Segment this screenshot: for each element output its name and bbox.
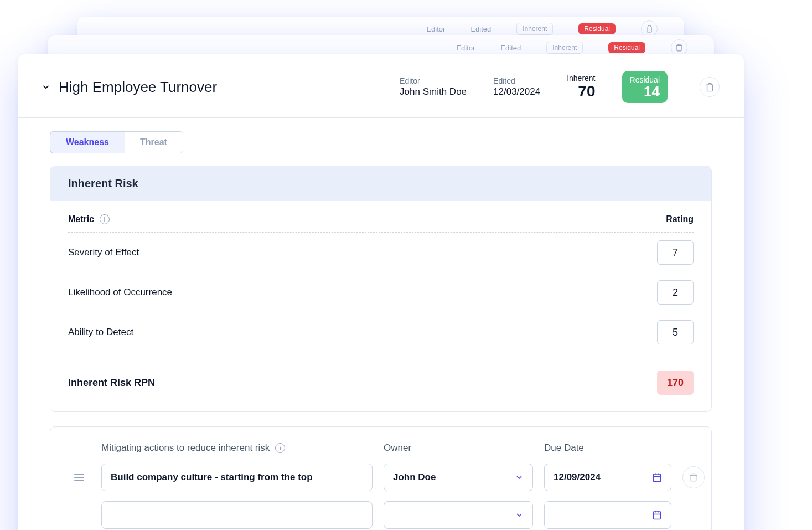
owner-column-header: Owner [384, 442, 533, 454]
calendar-icon [652, 510, 662, 520]
duedate-input-2[interactable] [544, 501, 671, 529]
chevron-down-icon [515, 511, 524, 519]
action-input-2[interactable] [101, 501, 373, 529]
edited-label: Edited [493, 76, 540, 85]
chevron-down-icon [515, 473, 524, 482]
tab-weakness[interactable]: Weakness [50, 131, 125, 153]
editor-label: Editor [400, 76, 467, 85]
calendar-icon [652, 472, 662, 482]
metric-name: Ability to Detect [68, 327, 133, 338]
drag-handle-icon[interactable] [68, 474, 90, 481]
inherent-meta: Inherent 70 [567, 74, 595, 100]
actions-info-icon[interactable]: i [275, 443, 285, 453]
bg2-inherent-pill: Inherent [546, 42, 583, 54]
detect-rating-input[interactable]: 5 [657, 320, 694, 344]
inherent-risk-panel: Inherent Risk Metric i Rating Severity o… [50, 166, 712, 412]
rpn-value: 170 [657, 371, 694, 395]
owner-select-2[interactable] [384, 501, 533, 529]
edited-meta: Edited 12/03/2024 [493, 76, 540, 97]
actions-column-header: Mitigating actions to reduce inherent ri… [101, 442, 373, 454]
bg1-trash-icon [641, 20, 658, 37]
action-input-1[interactable]: Build company culture - starting from th… [101, 464, 373, 491]
bg2-residual-pill: Residual [608, 42, 645, 53]
actions-column-label: Mitigating actions to reduce inherent ri… [101, 442, 270, 454]
bg1-editor-label: Editor [426, 25, 445, 33]
inherent-risk-header: Inherent Risk [50, 166, 711, 201]
owner-select-1[interactable]: John Doe [384, 464, 533, 491]
card-body: Weakness Threat Inherent Risk Metric i R… [18, 118, 744, 530]
duedate-input-1[interactable]: 12/09/2024 [544, 464, 671, 491]
rating-column-label: Rating [666, 214, 694, 224]
bg2-trash-icon [671, 39, 687, 56]
metric-name: Severity of Effect [68, 247, 139, 258]
tab-threat[interactable]: Threat [125, 132, 183, 153]
metric-row-severity: Severity of Effect 7 [68, 233, 694, 272]
metric-row-likelihood: Likelihood of Occurrence 2 [68, 272, 694, 312]
bg2-editor-label: Editor [456, 44, 475, 52]
editor-value: John Smith Doe [400, 86, 467, 97]
severity-rating-input[interactable]: 7 [657, 240, 694, 265]
mitigating-actions-panel: Mitigating actions to reduce inherent ri… [50, 426, 712, 530]
collapse-toggle[interactable] [41, 82, 51, 92]
metric-column-label: Metric [68, 214, 94, 224]
tab-group: Weakness Threat [50, 131, 183, 153]
rpn-row: Inherent Risk RPN 170 [68, 358, 694, 395]
duedate-column-header: Due Date [544, 442, 671, 454]
bg1-residual-pill: Residual [578, 23, 616, 34]
metric-row-detect: Ability to Detect 5 [68, 312, 694, 352]
metric-name: Likelihood of Occurrence [68, 287, 172, 298]
delete-action-row-1[interactable] [682, 466, 705, 488]
card-header: High Employee Turnover Editor John Smith… [18, 54, 744, 118]
bg1-edited-label: Edited [470, 25, 491, 33]
duedate-value-1: 12/09/2024 [554, 472, 601, 483]
residual-badge: Residual 14 [622, 71, 668, 103]
main-card: High Employee Turnover Editor John Smith… [18, 54, 744, 530]
risk-title: High Employee Turnover [59, 79, 217, 96]
editor-meta: Editor John Smith Doe [400, 76, 467, 97]
bg2-edited-label: Edited [500, 44, 521, 52]
likelihood-rating-input[interactable]: 2 [657, 280, 694, 305]
svg-rect-0 [653, 474, 661, 482]
edited-value: 12/03/2024 [493, 86, 540, 97]
inherent-value: 70 [567, 83, 595, 100]
delete-risk-button[interactable] [700, 77, 720, 97]
metric-info-icon[interactable]: i [100, 214, 110, 224]
residual-value: 14 [630, 84, 660, 99]
svg-rect-4 [653, 512, 661, 519]
rpn-label: Inherent Risk RPN [68, 377, 155, 389]
bg1-inherent-pill: Inherent [516, 23, 553, 35]
owner-value-1: John Doe [393, 472, 436, 483]
inherent-label: Inherent [567, 74, 595, 83]
